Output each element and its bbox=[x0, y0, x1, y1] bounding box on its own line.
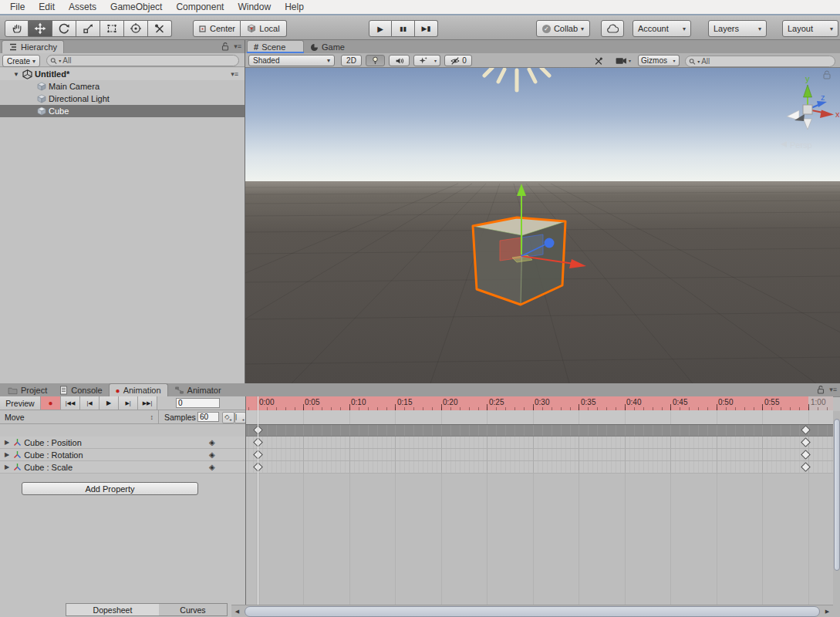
tab-game[interactable]: Game bbox=[304, 41, 351, 53]
menu-file[interactable]: File bbox=[3, 2, 32, 12]
scene-lighting-toggle[interactable] bbox=[366, 55, 385, 66]
custom-tool-button[interactable] bbox=[148, 20, 172, 37]
scene-search-field[interactable]: ▾ bbox=[685, 56, 835, 67]
menu-edit[interactable]: Edit bbox=[32, 2, 62, 12]
samples-field[interactable] bbox=[197, 412, 219, 422]
scene-audio-toggle[interactable] bbox=[389, 55, 410, 66]
layout-dropdown[interactable]: Layout ▾ bbox=[782, 20, 838, 37]
pause-button[interactable]: ▮▮ bbox=[392, 20, 415, 37]
timeline-playhead[interactable] bbox=[258, 396, 258, 605]
rotate-tool-button[interactable] bbox=[52, 20, 76, 37]
transform-tool-button[interactable] bbox=[124, 20, 148, 37]
ruler-label: 0:30 bbox=[535, 398, 549, 406]
property-row-position[interactable]: ▶ Cube : Position ◈ bbox=[0, 437, 245, 449]
add-keyframe-button[interactable]: ◇+ bbox=[222, 412, 234, 423]
hand-tool-button[interactable] bbox=[5, 20, 29, 37]
hierarchy-item-main-camera[interactable]: Main Camera bbox=[0, 80, 245, 93]
hierarchy-item-directional-light[interactable]: Directional Light bbox=[0, 93, 245, 105]
gizmo-center-cube[interactable] bbox=[803, 105, 812, 114]
property-row-rotation[interactable]: ▶ Cube : Rotation ◈ bbox=[0, 449, 245, 461]
gizmos-dropdown[interactable]: Gizmos bbox=[638, 55, 670, 66]
scene-context-menu-icon[interactable]: ▾≡ bbox=[231, 70, 238, 78]
speaker-icon bbox=[394, 56, 405, 66]
panel-menu-icon[interactable]: ▾≡ bbox=[234, 42, 241, 50]
pivot-center-button[interactable]: Center bbox=[193, 20, 241, 37]
go-to-start-button[interactable]: |◀◀ bbox=[61, 396, 80, 410]
record-button[interactable]: ● bbox=[41, 396, 61, 410]
shading-mode-dropdown[interactable]: Shaded ▾ bbox=[248, 55, 335, 66]
preview-toggle-button[interactable]: Preview bbox=[0, 396, 41, 410]
lock-icon[interactable] bbox=[221, 42, 229, 51]
scene-effects-toggle[interactable] bbox=[413, 55, 432, 66]
tab-animator[interactable]: Animator bbox=[168, 384, 228, 396]
dopesheet-row-position[interactable] bbox=[246, 437, 833, 449]
tab-animation[interactable]: ● Animation bbox=[109, 383, 168, 396]
hierarchy-search-input[interactable] bbox=[62, 56, 235, 65]
hierarchy-search-field[interactable]: ▾ bbox=[46, 55, 239, 66]
menu-assets[interactable]: Assets bbox=[62, 2, 103, 12]
ruler-label: 0:50 bbox=[718, 398, 733, 406]
account-dropdown[interactable]: Account ▾ bbox=[633, 20, 691, 37]
curves-tab-button[interactable]: Curves bbox=[159, 603, 228, 616]
scene-viewport[interactable]: y x z Persp bbox=[245, 68, 840, 383]
menu-help[interactable]: Help bbox=[278, 2, 311, 12]
scene-fold-icon[interactable]: ▼ bbox=[12, 71, 20, 78]
dopesheet-tab-button[interactable]: Dopesheet bbox=[66, 603, 160, 616]
fold-icon[interactable]: ▶ bbox=[5, 464, 9, 470]
scroll-right-arrow-icon[interactable]: ▶ bbox=[821, 605, 833, 617]
lock-icon[interactable] bbox=[817, 385, 825, 394]
hierarchy-item-cube[interactable]: Cube bbox=[0, 105, 245, 117]
menu-component[interactable]: Component bbox=[169, 2, 231, 12]
tab-hierarchy[interactable]: Hierarchy bbox=[2, 40, 64, 53]
next-key-button[interactable]: ▶| bbox=[119, 396, 138, 410]
scene-tools-button[interactable] bbox=[590, 55, 607, 66]
tab-project[interactable]: Project bbox=[2, 384, 53, 396]
key-indicator-icon[interactable]: ◈ bbox=[209, 438, 215, 447]
menu-window[interactable]: Window bbox=[231, 2, 278, 12]
rect-tool-icon bbox=[106, 22, 118, 35]
tab-console[interactable]: Console bbox=[53, 384, 108, 396]
fold-icon[interactable]: ▶ bbox=[5, 451, 9, 458]
scale-tool-button[interactable] bbox=[76, 20, 100, 37]
horizontal-scrollbar-thumb[interactable] bbox=[245, 606, 820, 617]
create-button[interactable]: Create ▾ bbox=[2, 55, 40, 67]
horizontal-scrollbar[interactable]: ◀ ▶ bbox=[231, 605, 833, 617]
add-property-button[interactable]: Add Property bbox=[22, 482, 198, 495]
key-indicator-icon[interactable]: ◈ bbox=[209, 463, 215, 471]
bottom-tab-bar: Project Console ● Animation Animator bbox=[0, 383, 840, 397]
gizmos-dropdown-arrow[interactable]: ▾ bbox=[670, 55, 680, 66]
key-indicator-icon[interactable]: ◈ bbox=[209, 450, 215, 459]
previous-key-button[interactable]: |◀ bbox=[80, 396, 100, 410]
cloud-services-button[interactable] bbox=[601, 20, 624, 37]
move-tool-button[interactable] bbox=[29, 20, 52, 37]
vertical-scrollbar-thumb[interactable] bbox=[834, 419, 840, 571]
clip-d极dropdown[interactable]: Move ↕ bbox=[0, 410, 159, 423]
dopesheet-row-scale[interactable] bbox=[246, 461, 833, 474]
rect-tool-button[interactable] bbox=[100, 20, 124, 37]
step-button[interactable]: ▶▮ bbox=[415, 20, 438, 37]
animation-timeline[interactable]: 0:00 0:05 0:10 0:15 0:20 0:25 0:30 0:35 … bbox=[245, 396, 833, 605]
scroll-left-arrow-icon[interactable]: ◀ bbox=[231, 605, 243, 617]
collab-dropdown[interactable]: ✓ Collab ▾ bbox=[536, 20, 590, 37]
rotation-local-button[interactable]: Local bbox=[241, 20, 287, 37]
dopesheet-row-rotation[interactable] bbox=[246, 449, 833, 461]
menu-gameobject[interactable]: GameObject bbox=[103, 2, 169, 12]
go-to-end-button[interactable]: ▶▶| bbox=[138, 396, 157, 410]
property-row-scale[interactable]: ▶ Cube : Scale ◈ bbox=[0, 461, 245, 474]
effects-dropdown-arrow[interactable]: ▾ bbox=[431, 55, 440, 66]
layers-dropdown[interactable]: Layers ▾ bbox=[708, 20, 767, 37]
add-event-button[interactable]: ⎸+ bbox=[234, 412, 246, 423]
fold-icon[interactable]: ▶ bbox=[5, 439, 9, 446]
scene-search-input[interactable] bbox=[701, 57, 832, 66]
hidden-objects-toggle[interactable]: 0 bbox=[444, 55, 472, 66]
dopesheet-summary-row[interactable] bbox=[246, 424, 833, 437]
play-button[interactable]: ▶ bbox=[369, 20, 392, 37]
scene-camera-settings-button[interactable]: ▾ bbox=[611, 55, 636, 66]
panel-menu-icon[interactable]: ▾≡ bbox=[829, 386, 837, 393]
play-animation-button[interactable]: ▶ bbox=[100, 396, 119, 410]
2d-toggle-button[interactable]: 2D bbox=[341, 55, 362, 66]
timeline-ruler[interactable]: 0:00 0:05 0:10 0:15 0:20 0:25 0:30 0:35 … bbox=[246, 396, 833, 410]
current-frame-field[interactable] bbox=[176, 398, 220, 408]
vertical-scrollbar[interactable] bbox=[833, 411, 840, 617]
scene-root-row[interactable]: ▼ Untitled* ▾≡ bbox=[0, 68, 245, 80]
